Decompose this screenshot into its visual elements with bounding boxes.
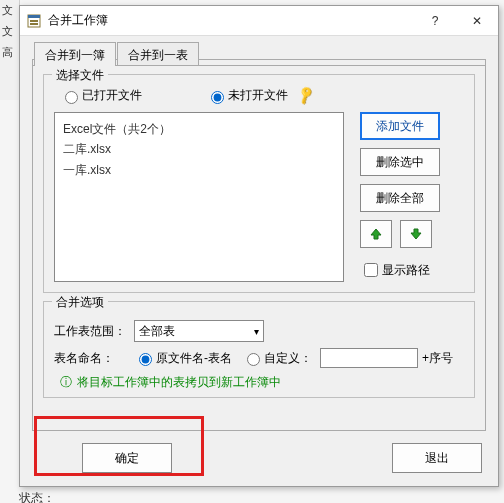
naming-label: 表名命名：: [54, 350, 134, 367]
tab-page-merge-to-book: 选择文件 已打开文件 未打开文件 🔑: [32, 59, 486, 431]
radio-opened-files[interactable]: 已打开文件: [60, 87, 142, 104]
svg-rect-2: [30, 20, 38, 22]
help-button[interactable]: ?: [414, 6, 456, 36]
add-file-button[interactable]: 添加文件: [360, 112, 440, 140]
move-up-button[interactable]: [360, 220, 392, 248]
merge-options-group: 合并选项 工作表范围： 全部表 ▾ 表名命名： 原文件名-表名: [43, 301, 475, 398]
tab-merge-to-sheet[interactable]: 合并到一表: [117, 42, 199, 66]
radio-unopened-files[interactable]: 未打开文件: [206, 87, 288, 104]
ok-button[interactable]: 确定: [82, 443, 172, 473]
list-item[interactable]: 一库.xlsx: [63, 160, 335, 180]
list-header: Excel文件（共2个）: [63, 119, 335, 139]
dialog-footer: 确定 退出: [32, 442, 486, 474]
background-ribbon: 文文高: [0, 0, 20, 100]
tab-merge-to-book[interactable]: 合并到一簿: [34, 42, 116, 66]
exit-button[interactable]: 退出: [392, 443, 482, 473]
move-down-button[interactable]: [400, 220, 432, 248]
group-legend: 选择文件: [52, 67, 108, 84]
tab-label: 合并到一簿: [45, 48, 105, 62]
list-item[interactable]: 二库.xlsx: [63, 139, 335, 159]
custom-name-field[interactable]: [320, 348, 418, 368]
select-files-group: 选择文件 已打开文件 未打开文件 🔑: [43, 74, 475, 293]
titlebar: 合并工作簿 ? ✕: [20, 6, 498, 36]
show-path-checkbox[interactable]: 显示路径: [360, 260, 430, 280]
tab-label: 合并到一表: [128, 48, 188, 62]
arrow-down-icon: [409, 227, 423, 241]
arrow-up-icon: [369, 227, 383, 241]
tip-text: ⓘ 将目标工作簿中的表拷贝到新工作簿中: [60, 374, 464, 391]
sheet-scope-label: 工作表范围：: [54, 323, 134, 340]
key-icon: 🔑: [295, 85, 316, 106]
app-icon: [26, 13, 42, 29]
close-button[interactable]: ✕: [456, 6, 498, 36]
svg-rect-3: [30, 23, 38, 25]
status-bar: 状态：: [19, 490, 55, 503]
merge-workbook-dialog: 合并工作簿 ? ✕ 合并到一簿 合并到一表 选择文件: [19, 5, 499, 487]
svg-rect-1: [28, 15, 40, 18]
info-icon: ⓘ: [60, 375, 72, 389]
radio-custom-name[interactable]: 自定义：: [242, 350, 312, 367]
remove-all-button[interactable]: 删除全部: [360, 184, 440, 212]
window-title: 合并工作簿: [48, 12, 414, 29]
suffix-label: +序号: [422, 350, 453, 367]
chevron-down-icon: ▾: [254, 326, 259, 337]
remove-selected-button[interactable]: 删除选中: [360, 148, 440, 176]
file-listbox[interactable]: Excel文件（共2个） 二库.xlsx 一库.xlsx: [54, 112, 344, 282]
group-legend: 合并选项: [52, 294, 108, 311]
radio-original-name[interactable]: 原文件名-表名: [134, 350, 232, 367]
sheet-scope-combo[interactable]: 全部表 ▾: [134, 320, 264, 342]
